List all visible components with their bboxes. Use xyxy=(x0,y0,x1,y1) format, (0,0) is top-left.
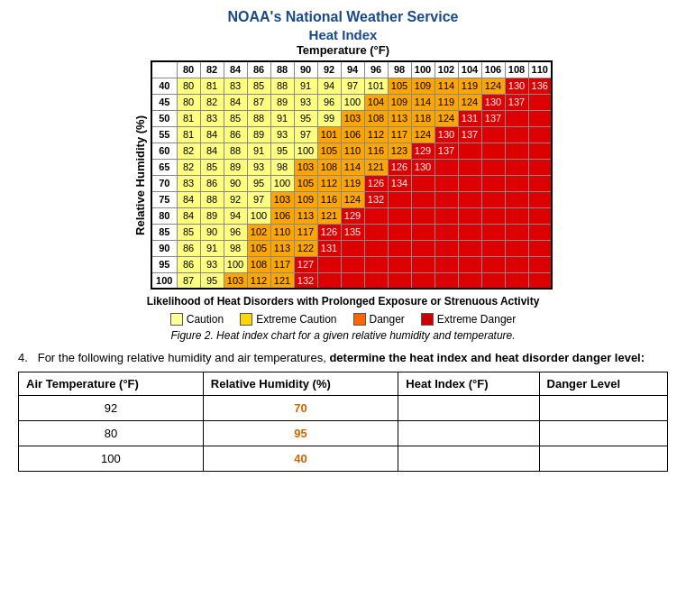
heat-cell: 83 xyxy=(177,175,200,191)
answer-col-header-0: Air Temperature (°F) xyxy=(19,372,204,396)
heat-cell xyxy=(388,272,411,289)
heat-cell xyxy=(434,272,458,289)
heat-cell: 130 xyxy=(411,159,434,175)
humidity-row-label: 70 xyxy=(151,175,177,191)
humidity-row-label: 50 xyxy=(151,110,177,126)
heat-cell xyxy=(388,191,411,207)
heat-cell xyxy=(505,272,528,289)
heat-cell xyxy=(341,272,364,289)
heat-cell: 82 xyxy=(177,159,200,175)
heat-table-row: 7083869095100105112119126134 xyxy=(151,175,552,191)
legend-label: Extreme Danger xyxy=(437,313,516,326)
answer-col-header-1: Relative Humidity (%) xyxy=(203,372,398,396)
heat-cell: 86 xyxy=(224,126,247,143)
heat-cell: 90 xyxy=(200,224,224,240)
heat-cell: 112 xyxy=(317,175,341,191)
question-section: 4. For the following relative humidity a… xyxy=(18,351,668,472)
legend-label: Extreme Caution xyxy=(256,313,336,326)
heat-cell: 105 xyxy=(317,143,341,159)
heat-cell: 86 xyxy=(200,175,224,191)
temp-header-100: 100 xyxy=(411,61,434,78)
humidity-axis-label: Relative Humidity (%) xyxy=(133,115,147,235)
heat-cell xyxy=(388,224,411,240)
temp-header-92: 92 xyxy=(317,61,341,78)
likelihood-label: Likelihood of Heat Disorders with Prolon… xyxy=(18,295,668,308)
heat-cell xyxy=(481,159,505,175)
heat-cell: 89 xyxy=(224,159,247,175)
heat-cell xyxy=(481,143,505,159)
heat-cell: 90 xyxy=(224,175,247,191)
heat-cell xyxy=(505,126,528,143)
heat-cell: 103 xyxy=(341,110,364,126)
heat-cell: 126 xyxy=(388,159,411,175)
heat-cell: 131 xyxy=(458,110,481,126)
heat-cell: 110 xyxy=(341,143,364,159)
heat-cell: 84 xyxy=(177,207,200,224)
heat-cell: 98 xyxy=(224,240,247,256)
heat-cell: 113 xyxy=(388,110,411,126)
heat-cell xyxy=(364,207,388,224)
heat-table-row: 85859096102110117126135 xyxy=(151,224,552,240)
heat-cell: 119 xyxy=(458,78,481,94)
heat-cell xyxy=(458,175,481,191)
legend-item: Danger xyxy=(353,313,405,326)
heat-cell: 117 xyxy=(294,224,317,240)
heat-cell: 81 xyxy=(200,78,224,94)
heat-cell: 93 xyxy=(247,159,270,175)
heat-cell: 95 xyxy=(247,175,270,191)
heat-table-row: 4580828487899396100104109114119124130137 xyxy=(151,94,552,110)
heat-cell: 89 xyxy=(270,94,294,110)
heat-cell xyxy=(411,175,434,191)
heat-cell: 93 xyxy=(270,126,294,143)
heat-cell: 91 xyxy=(294,78,317,94)
heat-cell: 86 xyxy=(177,240,200,256)
heat-cell xyxy=(411,240,434,256)
temp-header-104: 104 xyxy=(458,61,481,78)
heat-table-row: 958693100108117127 xyxy=(151,256,552,272)
temp-header-96: 96 xyxy=(364,61,388,78)
answer-cell-heat_index xyxy=(398,396,539,421)
answer-col-header-2: Heat Index (°F) xyxy=(398,372,539,396)
heat-cell xyxy=(317,272,341,289)
heat-cell: 100 xyxy=(341,94,364,110)
heat-cell: 85 xyxy=(177,224,200,240)
heat-cell: 83 xyxy=(224,78,247,94)
humidity-row-label: 85 xyxy=(151,224,177,240)
answer-cell-air_temp: 100 xyxy=(19,446,204,472)
heat-cell: 109 xyxy=(294,191,317,207)
heat-cell xyxy=(458,240,481,256)
heat-cell xyxy=(528,126,552,143)
heat-table-row: 90869198105113122131 xyxy=(151,240,552,256)
heat-cell xyxy=(481,224,505,240)
legend-color-box xyxy=(353,313,366,326)
legend-item: Extreme Caution xyxy=(240,313,336,326)
heat-cell: 95 xyxy=(294,110,317,126)
temp-header-98: 98 xyxy=(388,61,411,78)
heat-cell: 130 xyxy=(505,78,528,94)
heat-cell: 114 xyxy=(434,78,458,94)
heat-cell: 113 xyxy=(294,207,317,224)
heat-cell: 129 xyxy=(411,143,434,159)
heat-cell: 96 xyxy=(224,224,247,240)
heat-cell: 121 xyxy=(317,207,341,224)
heat-cell xyxy=(364,240,388,256)
heat-cell xyxy=(505,110,528,126)
heat-cell: 100 xyxy=(224,256,247,272)
heat-cell: 108 xyxy=(247,256,270,272)
heat-cell xyxy=(411,207,434,224)
heat-cell: 98 xyxy=(270,159,294,175)
answer-cell-humidity: 40 xyxy=(203,446,398,472)
heat-cell: 85 xyxy=(200,159,224,175)
answer-cell-danger xyxy=(539,446,667,472)
heat-cell: 109 xyxy=(411,78,434,94)
heat-cell xyxy=(458,159,481,175)
heat-cell: 88 xyxy=(247,110,270,126)
humidity-row-label: 100 xyxy=(151,272,177,289)
heat-cell: 110 xyxy=(270,224,294,240)
header-empty xyxy=(151,61,177,78)
legend-item: Extreme Danger xyxy=(421,313,516,326)
temp-header-102: 102 xyxy=(434,61,458,78)
heat-cell xyxy=(411,224,434,240)
heat-cell xyxy=(388,240,411,256)
heat-cell xyxy=(528,240,552,256)
